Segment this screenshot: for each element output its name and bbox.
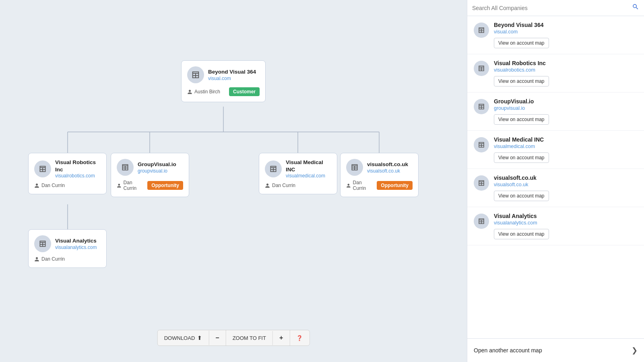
- sidebar-item-3: Visual Medical INC visualmedical.com Vie…: [467, 131, 644, 169]
- sidebar-item-2-name: GroupVisual.io: [494, 98, 638, 105]
- sidebar-item-4-name: visualsoft.co.uk: [494, 175, 638, 181]
- child-1-name: GroupVisual.io: [138, 161, 176, 168]
- zoom-out-icon: −: [215, 334, 219, 341]
- sidebar-item-5-url: visualanalytics.com: [494, 220, 638, 226]
- sidebar-item-4-icon: [474, 175, 489, 191]
- search-input[interactable]: [472, 5, 629, 11]
- child-3-owner: Dan Currin: [346, 180, 374, 191]
- help-button[interactable]: ❓: [290, 331, 309, 345]
- right-sidebar: Beyond Visual 364 visual.com View on acc…: [467, 0, 644, 362]
- sidebar-item-5-icon: [474, 214, 489, 229]
- bottom-toolbar: DOWNLOAD ⬆ − ZOOM TO FIT + ❓: [157, 330, 310, 346]
- zoom-to-fit-label: ZOOM TO FIT: [233, 335, 266, 341]
- child-2-name: Visual Medical INC: [286, 159, 331, 173]
- sidebar-item-2-content: GroupVisual.io groupvisual.io View on ac…: [494, 98, 638, 125]
- zoom-in-button[interactable]: +: [273, 330, 290, 346]
- grandchild-name: Visual Analytics: [55, 237, 97, 245]
- sidebar-item-5-name: Visual Analytics: [494, 213, 638, 219]
- child-card-1[interactable]: GroupVisual.io groupvisual.io Dan Currin…: [111, 153, 189, 197]
- sidebar-item-0-icon: [474, 23, 489, 38]
- sidebar-item-3-name: Visual Medical INC: [494, 136, 638, 143]
- child-2-owner: Dan Currin: [265, 183, 295, 188]
- sidebar-item-4-content: visualsoft.co.uk visualsoft.co.uk View o…: [494, 175, 638, 201]
- sidebar-item-2-icon: [474, 99, 489, 114]
- sidebar-item-0: Beyond Visual 364 visual.com View on acc…: [467, 16, 644, 54]
- sidebar-item-4-url: visualsoft.co.uk: [494, 182, 638, 187]
- zoom-to-fit-button[interactable]: ZOOM TO FIT: [226, 331, 273, 345]
- sidebar-item-5-view-btn[interactable]: View on account map: [494, 229, 549, 239]
- child-1-owner: Dan Currin: [117, 180, 144, 191]
- zoom-in-icon: +: [279, 334, 283, 341]
- root-card-url: visual.com: [208, 76, 256, 81]
- sidebar-item-4: visualsoft.co.uk visualsoft.co.uk View o…: [467, 169, 644, 207]
- sidebar-item-2-url: groupvisual.io: [494, 105, 638, 111]
- child-card-3[interactable]: visualsoft.co.uk visualsoft.co.uk Dan Cu…: [340, 153, 419, 197]
- search-container: [467, 0, 644, 16]
- sidebar-item-0-view-btn[interactable]: View on account map: [494, 38, 549, 48]
- child-3-badge: Opportunity: [377, 181, 413, 190]
- sidebar-company-list: Beyond Visual 364 visual.com View on acc…: [467, 16, 644, 338]
- child-3-url: visualsoft.co.uk: [367, 168, 408, 174]
- search-icon: [632, 3, 639, 12]
- child-1-url: groupvisual.io: [138, 168, 176, 174]
- sidebar-item-3-view-btn[interactable]: View on account map: [494, 152, 549, 163]
- child-2-url: visualmedical.com: [286, 173, 331, 179]
- grandchild-url: visualanalytics.com: [55, 245, 97, 250]
- child-1-badge: Opportunity: [147, 181, 183, 190]
- sidebar-item-2-view-btn[interactable]: View on account map: [494, 114, 549, 125]
- child-0-name: Visual Robotics Inc: [55, 159, 101, 173]
- child-1-icon: [117, 159, 134, 176]
- sidebar-item-1-view-btn[interactable]: View on account map: [494, 76, 549, 86]
- main-canvas: Beyond Visual 364 visual.com Austin Birc…: [0, 0, 467, 362]
- sidebar-item-0-name: Beyond Visual 364: [494, 22, 638, 28]
- child-card-0[interactable]: Visual Robotics Inc visualrobotics.com D…: [28, 153, 107, 194]
- child-0-owner: Dan Currin: [34, 183, 65, 188]
- sidebar-item-1-name: Visual Robotics Inc: [494, 60, 638, 66]
- grandchild-owner: Dan Currin: [34, 256, 65, 262]
- sidebar-item-4-view-btn[interactable]: View on account map: [494, 191, 549, 201]
- child-card-2[interactable]: Visual Medical INC visualmedical.com Dan…: [259, 153, 337, 194]
- root-card-owner: Austin Birch: [187, 89, 220, 95]
- child-0-url: visualrobotics.com: [55, 173, 101, 179]
- org-chart: Beyond Visual 364 visual.com Austin Birc…: [24, 60, 427, 302]
- sidebar-item-3-url: visualmedical.com: [494, 144, 638, 149]
- child-0-icon: [34, 160, 51, 177]
- zoom-out-button[interactable]: −: [209, 330, 226, 346]
- help-icon: ❓: [296, 335, 303, 341]
- root-company-icon: [187, 66, 204, 83]
- open-account-map-label: Open another account map: [474, 347, 542, 354]
- sidebar-item-3-icon: [474, 137, 489, 152]
- download-icon: ⬆: [197, 335, 202, 341]
- grandchild-card[interactable]: Visual Analytics visualanalytics.com Dan…: [28, 229, 107, 268]
- child-3-name: visualsoft.co.uk: [367, 161, 408, 168]
- root-card-badge: Customer: [229, 87, 260, 96]
- sidebar-item-3-content: Visual Medical INC visualmedical.com Vie…: [494, 136, 638, 163]
- grandchild-icon: [34, 235, 51, 252]
- sidebar-item-2: GroupVisual.io groupvisual.io View on ac…: [467, 93, 644, 131]
- child-2-icon: [265, 160, 282, 177]
- sidebar-item-0-content: Beyond Visual 364 visual.com View on acc…: [494, 22, 638, 48]
- sidebar-item-0-url: visual.com: [494, 29, 638, 35]
- open-account-map-footer[interactable]: Open another account map ❯: [467, 338, 644, 362]
- sidebar-item-1-url: visualrobotics.com: [494, 67, 638, 73]
- download-button[interactable]: DOWNLOAD ⬆: [158, 331, 209, 345]
- root-card-name: Beyond Visual 364: [208, 68, 256, 76]
- sidebar-item-5-content: Visual Analytics visualanalytics.com Vie…: [494, 213, 638, 239]
- sidebar-item-1: Visual Robotics Inc visualrobotics.com V…: [467, 54, 644, 93]
- sidebar-item-1-icon: [474, 61, 489, 76]
- child-3-icon: [346, 159, 363, 176]
- sidebar-item-1-content: Visual Robotics Inc visualrobotics.com V…: [494, 60, 638, 86]
- chevron-right-icon: ❯: [632, 346, 638, 355]
- sidebar-item-5: Visual Analytics visualanalytics.com Vie…: [467, 207, 644, 245]
- root-card[interactable]: Beyond Visual 364 visual.com Austin Birc…: [181, 60, 266, 102]
- download-label: DOWNLOAD: [164, 335, 195, 341]
